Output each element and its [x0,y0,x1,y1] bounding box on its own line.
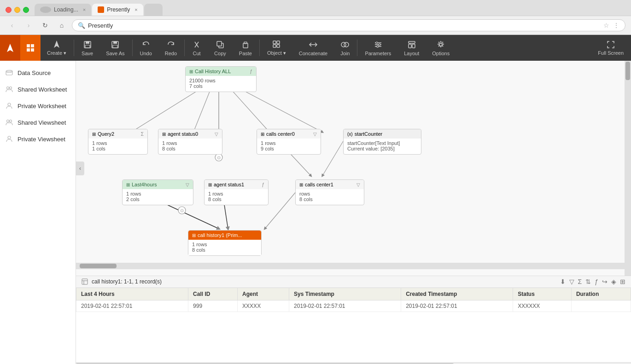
link-icon[interactable]: ↪ [602,278,608,285]
start-counter-icon: (x) [347,132,353,137]
workflow-arrows: ⊙ ⊙ [76,61,537,276]
sigma-icon[interactable]: Σ [578,278,582,285]
create-button[interactable]: Create ▾ [41,35,73,61]
node-start-counter[interactable]: (x) startCounter startCounter[Text Input… [343,129,421,155]
svg-rect-19 [277,41,280,44]
node-calls-center0[interactable]: ⊞ calls center0 ▽ 1 rows 9 cols [257,129,321,155]
home-toolbar-button[interactable] [20,35,41,61]
svg-rect-21 [277,45,280,47]
node-agent-status0[interactable]: ⊞ agent status0 ▽ 1 rows 8 cols [158,129,222,155]
horizontal-scroll-thumb[interactable] [80,264,117,268]
save-as-button[interactable]: Save As [99,35,131,61]
sidebar-collapse-button[interactable]: ‹ [76,162,84,175]
node-call-history-all[interactable]: ⊞ Call History ALL ƒ 21000 rows 7 cols [185,66,257,92]
back-button[interactable]: ‹ [6,19,18,32]
table-icon [82,278,88,285]
node-call-history1[interactable]: ⊞ call history1 (Prim... 1 rows 8 cols [188,230,262,256]
browser-nav: ‹ › ↻ ⌂ 🔍 Presently ☆ ⋮ [0,16,631,35]
concatenate-button[interactable]: Concatenate [292,35,334,61]
formula-icon[interactable]: ƒ [595,278,598,285]
address-bar[interactable]: 🔍 Presently ☆ ⋮ [72,19,625,31]
browser-tab-loading[interactable]: Loading... × [35,4,91,16]
bottom-panel-title: call history1: 1-1, 1 record(s) [92,278,162,285]
node-query2-label: Query2 [98,131,114,137]
redo-button[interactable]: Redo [158,35,183,61]
loading-tab-label: Loading... [54,6,78,13]
tag-icon[interactable]: ◈ [611,278,616,285]
fullscreen-button[interactable]: Full Screen [590,35,631,61]
agent-status0-icon: ⊞ [162,132,166,137]
undo-button[interactable]: Undo [134,35,158,61]
data-source-icon [5,68,14,77]
agent-status1-icon: ⊞ [208,182,212,187]
bottom-title-range: 1-1 [124,278,132,285]
node-calls-center1-body: rows 8 cols [296,189,364,205]
sidebar-item-data-source[interactable]: Data Source [0,64,76,81]
node-calls-center1[interactable]: ⊞ calls center1 ▽ rows 8 cols [295,179,364,205]
private-viewsheet-label: Private Viewsheet [18,136,65,143]
svg-rect-4 [31,48,34,52]
node-last4hours[interactable]: ⊞ Last4hours ▽ 1 rows 2 cols [122,179,193,205]
sep3 [184,40,185,56]
node-call-history1-label: call history1 (Prim... [198,232,242,238]
sep2 [132,40,133,56]
minimize-window-button[interactable] [14,7,20,13]
node-calls-center0-label: calls center0 [266,131,295,137]
call-history1-cols: 8 cols [192,247,257,253]
agent-status0-cols: 8 cols [162,146,218,151]
filter-icon[interactable]: ▽ [569,278,574,285]
bottom-panel: call history1: 1-1, 1 record(s) ⬇ ▽ Σ ⇅ … [76,276,631,364]
sidebar-item-private-viewsheet[interactable]: Private Viewsheet [0,131,76,147]
private-viewsheet-icon [5,134,14,144]
refresh-button[interactable]: ↻ [39,19,52,32]
browser-tab-new[interactable] [144,4,163,16]
join-button[interactable]: Join [334,35,356,61]
svg-line-43 [131,86,205,132]
copy-button[interactable]: Copy [208,35,233,61]
node-agent-status0-body: 1 rows 8 cols [158,139,222,154]
close-window-button[interactable] [6,7,12,13]
node-agent-status1[interactable]: ⊞ agent status1 ƒ 1 rows 8 cols [204,179,269,205]
maximize-window-button[interactable] [23,7,29,13]
call-history1-icon: ⊞ [192,233,196,238]
forward-button[interactable]: › [22,19,35,32]
undo-label: Undo [140,51,152,56]
redo-label: Redo [165,51,177,56]
private-worksheet-label: Private Worksheet [18,103,66,110]
bottom-hscroll[interactable] [76,362,631,364]
svg-point-24 [344,42,349,47]
create-label: Create ▾ [47,50,66,56]
bottom-toolbar: call history1: 1-1, 1 record(s) ⬇ ▽ Σ ⇅ … [76,276,631,288]
object-button[interactable]: Object ▾ [261,35,292,61]
bottom-title-name: call history1 [92,278,121,285]
loading-tab-close[interactable]: × [83,7,86,12]
home-button[interactable]: ⌂ [55,19,68,32]
join-label: Join [340,51,350,56]
sort-icon[interactable]: ⇅ [585,278,591,285]
vertical-scrollbar[interactable] [625,61,631,276]
svg-point-29 [379,44,380,46]
node-call-history-all-body: 21000 rows 7 cols [186,76,256,92]
paste-button[interactable]: Paste [233,35,258,61]
vertical-scroll-thumb[interactable] [625,62,630,80]
presently-tab-close[interactable]: × [134,7,137,12]
node-agent-status1-header: ⊞ agent status1 ƒ [204,180,268,189]
options-button[interactable]: Options [426,35,456,61]
sidebar-item-shared-viewsheet[interactable]: Shared Viewsheet [0,114,76,131]
download-icon[interactable]: ⬇ [560,278,566,285]
save-button[interactable]: Save [75,35,99,61]
sidebar-item-shared-worksheet[interactable]: Shared Worksheet [0,81,76,98]
grid-icon[interactable]: ⊞ [620,278,625,285]
parameters-button[interactable]: Parameters [358,35,397,61]
cut-button[interactable]: Cut [186,35,208,61]
horizontal-scrollbar[interactable] [76,263,625,269]
sidebar-item-private-worksheet[interactable]: Private Worksheet [0,98,76,114]
sep1 [74,40,74,56]
node-agent-status0-label: agent status0 [168,131,198,137]
browser-tab-presently[interactable]: Presently × [92,4,143,16]
layout-button[interactable]: Layout [397,35,426,61]
node-start-counter-label: startCounter [355,131,383,137]
query2-icon: ⊞ [92,132,96,137]
svg-point-40 [7,120,9,122]
node-query2[interactable]: ⊞ Query2 Σ 1 rows 1 cols [88,129,148,155]
